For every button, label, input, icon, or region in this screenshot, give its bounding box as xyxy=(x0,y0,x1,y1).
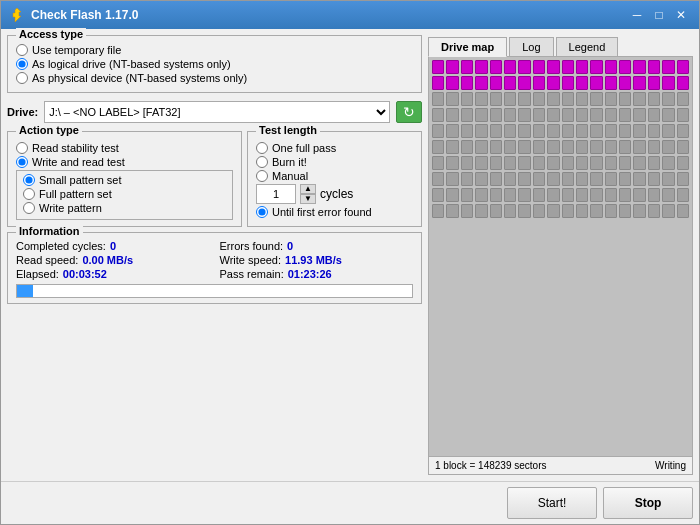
block-112 xyxy=(490,156,502,170)
block-124 xyxy=(662,156,674,170)
block-117 xyxy=(562,156,574,170)
block-67 xyxy=(619,108,631,122)
block-65 xyxy=(590,108,602,122)
test-radio-3[interactable] xyxy=(256,170,268,182)
block-127 xyxy=(446,172,458,186)
sub-radio-2[interactable] xyxy=(23,188,35,200)
block-26 xyxy=(547,76,559,90)
access-radio-3[interactable] xyxy=(16,72,28,84)
block-119 xyxy=(590,156,602,170)
block-13 xyxy=(619,60,631,74)
block-97 xyxy=(533,140,545,154)
drive-select[interactable]: J:\ – <NO LABEL> [FAT32] xyxy=(44,101,390,123)
close-button[interactable]: ✕ xyxy=(671,6,691,24)
sub-radio-1[interactable] xyxy=(23,174,35,186)
access-radio-2[interactable] xyxy=(16,58,28,70)
block-80 xyxy=(547,124,559,138)
block-21 xyxy=(475,76,487,90)
block-175 xyxy=(619,204,631,218)
block-34 xyxy=(662,76,674,90)
block-156 xyxy=(605,188,617,202)
sub-options-group: Small pattern set Full pattern set Write… xyxy=(16,170,233,220)
svg-marker-0 xyxy=(13,8,21,22)
block-176 xyxy=(633,204,645,218)
tab-legend[interactable]: Legend xyxy=(556,37,619,56)
block-36 xyxy=(432,92,444,106)
block-99 xyxy=(562,140,574,154)
test-length-group: Test length One full pass Burn it! Ma xyxy=(247,131,422,227)
block-29 xyxy=(590,76,602,90)
information-group: Information Completed cycles: 0 Errors f… xyxy=(7,232,422,304)
access-option-2: As logical drive (NT-based systems only) xyxy=(16,58,413,70)
progress-bar-fill xyxy=(17,285,33,297)
block-163 xyxy=(446,204,458,218)
test-radio-4[interactable] xyxy=(256,206,268,218)
block-56 xyxy=(461,108,473,122)
block-51 xyxy=(648,92,660,106)
block-46 xyxy=(576,92,588,106)
block-38 xyxy=(461,92,473,106)
action-type-content: Read stability test Write and read test … xyxy=(16,142,233,220)
block-54 xyxy=(432,108,444,122)
block-121 xyxy=(619,156,631,170)
test-length-content: One full pass Burn it! Manual xyxy=(256,142,413,218)
pass-remain-label: Pass remain: xyxy=(220,268,284,280)
block-123 xyxy=(648,156,660,170)
cycles-input[interactable] xyxy=(256,184,296,204)
sub-radio-3[interactable] xyxy=(23,202,35,214)
errors-found-label: Errors found: xyxy=(220,240,284,252)
block-129 xyxy=(475,172,487,186)
block-27 xyxy=(562,76,574,90)
drive-label: Drive: xyxy=(7,106,38,118)
stop-button[interactable]: Stop xyxy=(603,487,693,519)
block-70 xyxy=(662,108,674,122)
block-12 xyxy=(605,60,617,74)
action-radio-1[interactable] xyxy=(16,142,28,154)
test-label-1: One full pass xyxy=(272,142,336,154)
block-103 xyxy=(619,140,631,154)
block-126 xyxy=(432,172,444,186)
block-28 xyxy=(576,76,588,90)
test-radio-1[interactable] xyxy=(256,142,268,154)
block-120 xyxy=(605,156,617,170)
block-39 xyxy=(475,92,487,106)
tab-drive-map[interactable]: Drive map xyxy=(428,37,507,57)
block-31 xyxy=(619,76,631,90)
block-168 xyxy=(518,204,530,218)
cycles-down[interactable]: ▼ xyxy=(300,194,316,204)
block-6 xyxy=(518,60,530,74)
map-footer-left: 1 block = 148239 sectors xyxy=(435,460,546,471)
cycles-up[interactable]: ▲ xyxy=(300,184,316,194)
block-48 xyxy=(605,92,617,106)
block-118 xyxy=(576,156,588,170)
access-radio-1[interactable] xyxy=(16,44,28,56)
block-41 xyxy=(504,92,516,106)
action-option-2: Write and read test xyxy=(16,156,233,168)
block-140 xyxy=(633,172,645,186)
block-43 xyxy=(533,92,545,106)
block-50 xyxy=(633,92,645,106)
block-19 xyxy=(446,76,458,90)
maximize-button[interactable]: □ xyxy=(649,6,669,24)
start-button[interactable]: Start! xyxy=(507,487,597,519)
block-72 xyxy=(432,124,444,138)
block-9 xyxy=(562,60,574,74)
minimize-button[interactable]: ─ xyxy=(627,6,647,24)
elapsed-value: 00:03:52 xyxy=(63,268,107,280)
tab-log[interactable]: Log xyxy=(509,37,553,56)
refresh-button[interactable]: ↻ xyxy=(396,101,422,123)
block-18 xyxy=(432,76,444,90)
bottom-buttons: Start! Stop xyxy=(1,481,699,524)
action-radio-2[interactable] xyxy=(16,156,28,168)
right-panel: Drive map Log Legend 1 block = 148239 se… xyxy=(428,35,693,475)
block-161 xyxy=(677,188,689,202)
block-42 xyxy=(518,92,530,106)
block-111 xyxy=(475,156,487,170)
sub-label-1: Small pattern set xyxy=(39,174,122,186)
progress-bar-container xyxy=(16,284,413,298)
block-17 xyxy=(677,60,689,74)
block-69 xyxy=(648,108,660,122)
test-radio-2[interactable] xyxy=(256,156,268,168)
block-142 xyxy=(662,172,674,186)
block-102 xyxy=(605,140,617,154)
